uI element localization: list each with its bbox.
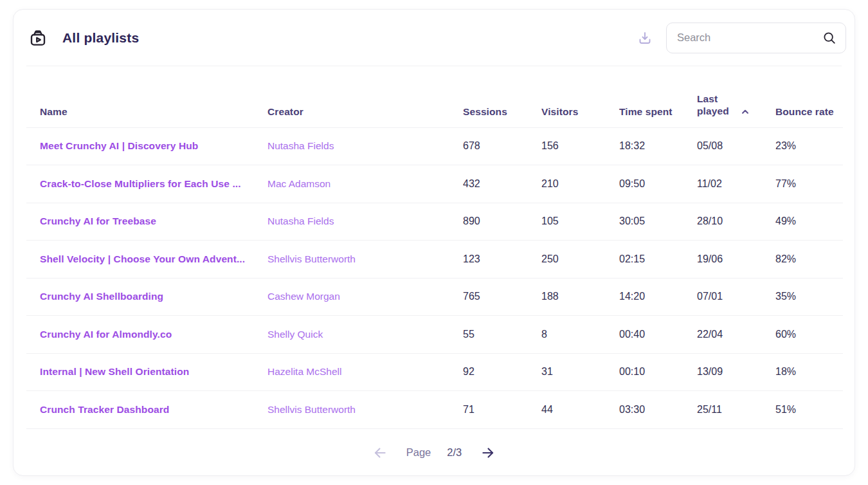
arrow-left-icon (372, 444, 388, 461)
playlist-name-link[interactable]: Shell Velocity | Choose Your Own Advent.… (40, 253, 245, 264)
creator-link[interactable]: Cashew Morgan (267, 291, 340, 302)
time-spent-cell: 02:15 (619, 241, 697, 279)
visitors-cell: 31 (541, 353, 619, 391)
visitors-cell: 8 (541, 316, 619, 354)
sessions-cell: 890 (463, 203, 541, 241)
sessions-cell: 71 (463, 391, 541, 429)
playlist-name-link[interactable]: Crack-to-Close Multipliers for Each Use … (40, 178, 241, 189)
time-spent-cell: 00:40 (619, 316, 697, 354)
time-spent-cell: 14:20 (619, 278, 697, 316)
sort-ascending-caret-icon[interactable] (741, 107, 750, 116)
sessions-cell: 92 (463, 353, 541, 391)
creator-link[interactable]: Hazelita McShell (267, 366, 341, 377)
search-box[interactable] (666, 23, 846, 53)
col-header-bounce-rate[interactable]: Bounce rate (775, 66, 843, 127)
table-row: Meet Crunchy AI | Discovery Hub Nutasha … (26, 127, 843, 165)
sessions-cell: 55 (463, 316, 541, 354)
bounce-rate-cell: 60% (775, 316, 843, 354)
last-played-cell: 07/01 (697, 278, 775, 316)
table-row: Shell Velocity | Choose Your Own Advent.… (26, 241, 843, 279)
last-played-cell: 22/04 (697, 316, 775, 354)
playlist-name-link[interactable]: Crunchy AI Shellboarding (40, 291, 163, 302)
playlists-bag-play-icon (28, 28, 48, 48)
title-group: All playlists (28, 28, 139, 48)
bounce-rate-cell: 35% (775, 278, 843, 316)
visitors-cell: 210 (541, 165, 619, 203)
col-header-visitors[interactable]: Visitors (541, 66, 619, 127)
creator-link[interactable]: Nutasha Fields (267, 215, 334, 226)
time-spent-cell: 18:32 (619, 127, 697, 165)
creator-link[interactable]: Shellvis Butterworth (267, 253, 356, 264)
arrow-right-icon (480, 444, 496, 461)
download-button[interactable] (637, 30, 653, 46)
visitors-cell: 105 (541, 203, 619, 241)
col-header-creator[interactable]: Creator (267, 66, 463, 127)
next-page-button[interactable] (478, 443, 498, 463)
last-played-cell: 13/09 (697, 353, 775, 391)
col-header-last-played[interactable]: Last played (697, 66, 775, 127)
time-spent-cell: 00:10 (619, 353, 697, 391)
creator-link[interactable]: Shellvis Butterworth (267, 404, 356, 415)
bounce-rate-cell: 82% (775, 241, 843, 279)
time-spent-cell: 03:30 (619, 391, 697, 429)
search-input[interactable] (677, 32, 822, 44)
search-icon[interactable] (822, 31, 836, 45)
col-header-time-spent[interactable]: Time spent (619, 66, 697, 127)
playlist-name-link[interactable]: Crunchy AI for Treebase (40, 215, 156, 226)
bounce-rate-cell: 49% (775, 203, 843, 241)
visitors-cell: 188 (541, 278, 619, 316)
sessions-cell: 765 (463, 278, 541, 316)
bounce-rate-cell: 77% (775, 165, 843, 203)
sessions-cell: 678 (463, 127, 541, 165)
table-row: Crunch Tracker Dashboard Shellvis Butter… (26, 391, 843, 429)
playlist-name-link[interactable]: Internal | New Shell Orientation (40, 366, 189, 377)
playlists-card: All playlists (13, 9, 855, 476)
pagination: Page 2/3 (14, 433, 854, 473)
last-played-cell: 05/08 (697, 127, 775, 165)
page-title: All playlists (62, 30, 139, 46)
bounce-rate-cell: 23% (775, 127, 843, 165)
visitors-cell: 250 (541, 241, 619, 279)
visitors-cell: 156 (541, 127, 619, 165)
col-header-name[interactable]: Name (26, 66, 267, 127)
sessions-cell: 123 (463, 241, 541, 279)
last-played-cell: 19/06 (697, 241, 775, 279)
time-spent-cell: 09:50 (619, 165, 697, 203)
last-played-cell: 11/02 (697, 165, 775, 203)
table-row: Internal | New Shell Orientation Hazelit… (26, 353, 843, 391)
table-row: Crunchy AI for Treebase Nutasha Fields 8… (26, 203, 843, 241)
playlists-table: Name Creator Sessions Visitors Time spen… (26, 66, 843, 429)
playlist-name-link[interactable]: Meet Crunchy AI | Discovery Hub (40, 140, 198, 151)
table-header-row: Name Creator Sessions Visitors Time spen… (26, 66, 843, 127)
page-label: Page (406, 446, 431, 459)
playlist-name-link[interactable]: Crunch Tracker Dashboard (40, 404, 169, 415)
playlist-name-link[interactable]: Crunchy AI for Almondly.co (40, 329, 172, 340)
bounce-rate-cell: 51% (775, 391, 843, 429)
creator-link[interactable]: Mac Adamson (267, 178, 330, 189)
col-header-sessions[interactable]: Sessions (463, 66, 541, 127)
download-icon (637, 30, 653, 46)
creator-link[interactable]: Shelly Quick (267, 329, 323, 340)
header-actions (637, 23, 846, 53)
last-played-cell: 25/11 (697, 391, 775, 429)
table-row: Crack-to-Close Multipliers for Each Use … (26, 165, 843, 203)
table-row: Crunchy AI Shellboarding Cashew Morgan 7… (26, 278, 843, 316)
table-row: Crunchy AI for Almondly.co Shelly Quick … (26, 316, 843, 354)
bounce-rate-cell: 18% (775, 353, 843, 391)
last-played-cell: 28/10 (697, 203, 775, 241)
previous-page-button[interactable] (370, 443, 390, 463)
page-indicator: 2/3 (447, 446, 462, 459)
card-header: All playlists (14, 10, 854, 66)
playlists-table-wrap: Name Creator Sessions Visitors Time spen… (26, 66, 842, 429)
visitors-cell: 44 (541, 391, 619, 429)
time-spent-cell: 30:05 (619, 203, 697, 241)
col-header-last-played-label: Last played (697, 93, 733, 118)
creator-link[interactable]: Nutasha Fields (267, 140, 334, 151)
sessions-cell: 432 (463, 165, 541, 203)
